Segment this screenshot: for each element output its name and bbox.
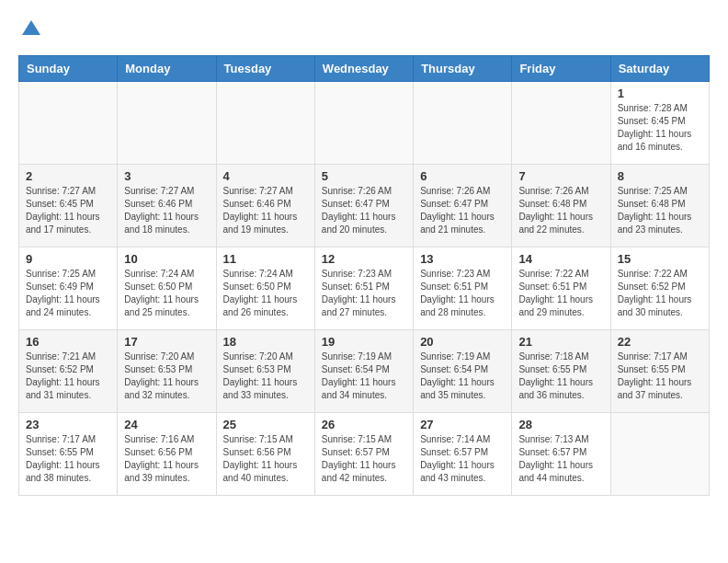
weekday-header-sunday: Sunday [19, 55, 118, 81]
weekday-header-tuesday: Tuesday [216, 55, 314, 81]
calendar-cell: 22Sunrise: 7:17 AM Sunset: 6:55 PM Dayli… [610, 329, 709, 412]
svg-marker-0 [22, 20, 40, 35]
week-row-3: 9Sunrise: 7:25 AM Sunset: 6:49 PM Daylig… [19, 247, 710, 329]
day-number: 16 [26, 335, 110, 349]
day-number: 3 [124, 169, 209, 183]
day-info: Sunrise: 7:27 AM Sunset: 6:45 PM Dayligh… [26, 185, 110, 236]
day-number: 20 [420, 335, 505, 349]
calendar-table: SundayMondayTuesdayWednesdayThursdayFrid… [18, 55, 710, 496]
weekday-header-thursday: Thursday [414, 55, 512, 81]
calendar-cell: 23Sunrise: 7:17 AM Sunset: 6:55 PM Dayli… [19, 412, 118, 495]
day-info: Sunrise: 7:22 AM Sunset: 6:52 PM Dayligh… [618, 268, 702, 319]
calendar-cell: 14Sunrise: 7:22 AM Sunset: 6:51 PM Dayli… [512, 247, 610, 329]
day-number: 6 [420, 169, 505, 183]
calendar-cell: 13Sunrise: 7:23 AM Sunset: 6:51 PM Dayli… [414, 247, 512, 329]
day-info: Sunrise: 7:24 AM Sunset: 6:50 PM Dayligh… [124, 268, 209, 319]
week-row-5: 23Sunrise: 7:17 AM Sunset: 6:55 PM Dayli… [19, 412, 710, 495]
calendar-cell: 19Sunrise: 7:19 AM Sunset: 6:54 PM Dayli… [314, 329, 413, 412]
calendar-cell: 16Sunrise: 7:21 AM Sunset: 6:52 PM Dayli… [19, 329, 118, 412]
calendar-cell: 17Sunrise: 7:20 AM Sunset: 6:53 PM Dayli… [118, 329, 216, 412]
logo [18, 18, 42, 46]
week-row-4: 16Sunrise: 7:21 AM Sunset: 6:52 PM Dayli… [19, 329, 710, 412]
weekday-header-row: SundayMondayTuesdayWednesdayThursdayFrid… [19, 55, 710, 81]
page-header [18, 18, 710, 46]
day-number: 2 [26, 169, 110, 183]
calendar-cell: 24Sunrise: 7:16 AM Sunset: 6:56 PM Dayli… [118, 412, 216, 495]
calendar-cell [610, 412, 709, 495]
day-number: 27 [420, 418, 505, 431]
day-number: 22 [618, 335, 702, 349]
day-number: 17 [124, 335, 209, 349]
calendar-cell: 8Sunrise: 7:25 AM Sunset: 6:48 PM Daylig… [610, 164, 709, 247]
day-number: 19 [322, 335, 406, 349]
day-number: 4 [223, 169, 308, 183]
day-number: 9 [26, 252, 110, 266]
day-number: 11 [223, 252, 308, 266]
day-info: Sunrise: 7:18 AM Sunset: 6:55 PM Dayligh… [518, 350, 603, 402]
day-number: 13 [420, 252, 505, 266]
day-number: 8 [618, 169, 702, 183]
calendar-cell: 10Sunrise: 7:24 AM Sunset: 6:50 PM Dayli… [118, 247, 216, 329]
day-number: 23 [26, 418, 110, 431]
day-info: Sunrise: 7:15 AM Sunset: 6:56 PM Dayligh… [223, 433, 308, 485]
day-info: Sunrise: 7:28 AM Sunset: 6:45 PM Dayligh… [618, 102, 702, 154]
day-info: Sunrise: 7:20 AM Sunset: 6:53 PM Dayligh… [124, 350, 209, 402]
calendar-cell: 9Sunrise: 7:25 AM Sunset: 6:49 PM Daylig… [19, 247, 118, 329]
calendar-cell [314, 81, 413, 164]
day-info: Sunrise: 7:17 AM Sunset: 6:55 PM Dayligh… [26, 433, 110, 485]
day-info: Sunrise: 7:23 AM Sunset: 6:51 PM Dayligh… [420, 268, 505, 319]
day-info: Sunrise: 7:25 AM Sunset: 6:48 PM Dayligh… [618, 185, 702, 236]
weekday-header-wednesday: Wednesday [314, 55, 413, 81]
calendar-cell: 4Sunrise: 7:27 AM Sunset: 6:46 PM Daylig… [216, 164, 314, 247]
calendar-cell [118, 81, 216, 164]
day-info: Sunrise: 7:19 AM Sunset: 6:54 PM Dayligh… [322, 350, 406, 402]
week-row-2: 2Sunrise: 7:27 AM Sunset: 6:45 PM Daylig… [19, 164, 710, 247]
weekday-header-monday: Monday [118, 55, 216, 81]
calendar-cell [414, 81, 512, 164]
calendar-cell: 18Sunrise: 7:20 AM Sunset: 6:53 PM Dayli… [216, 329, 314, 412]
day-info: Sunrise: 7:27 AM Sunset: 6:46 PM Dayligh… [223, 185, 308, 236]
day-info: Sunrise: 7:24 AM Sunset: 6:50 PM Dayligh… [223, 268, 308, 319]
day-info: Sunrise: 7:26 AM Sunset: 6:47 PM Dayligh… [420, 185, 505, 236]
calendar-cell [19, 81, 118, 164]
day-info: Sunrise: 7:23 AM Sunset: 6:51 PM Dayligh… [322, 268, 406, 319]
day-info: Sunrise: 7:25 AM Sunset: 6:49 PM Dayligh… [26, 268, 110, 319]
logo-icon [20, 18, 42, 40]
calendar-cell: 12Sunrise: 7:23 AM Sunset: 6:51 PM Dayli… [314, 247, 413, 329]
day-number: 7 [518, 169, 603, 183]
calendar-cell [512, 81, 610, 164]
calendar-cell: 11Sunrise: 7:24 AM Sunset: 6:50 PM Dayli… [216, 247, 314, 329]
day-info: Sunrise: 7:16 AM Sunset: 6:56 PM Dayligh… [124, 433, 209, 485]
calendar-cell: 1Sunrise: 7:28 AM Sunset: 6:45 PM Daylig… [610, 81, 709, 164]
day-info: Sunrise: 7:15 AM Sunset: 6:57 PM Dayligh… [322, 433, 406, 485]
calendar-cell: 6Sunrise: 7:26 AM Sunset: 6:47 PM Daylig… [414, 164, 512, 247]
calendar-cell: 20Sunrise: 7:19 AM Sunset: 6:54 PM Dayli… [414, 329, 512, 412]
day-number: 10 [124, 252, 209, 266]
day-number: 21 [518, 335, 603, 349]
day-number: 24 [124, 418, 209, 431]
calendar-cell [216, 81, 314, 164]
week-row-1: 1Sunrise: 7:28 AM Sunset: 6:45 PM Daylig… [19, 81, 710, 164]
day-number: 28 [518, 418, 603, 431]
day-info: Sunrise: 7:26 AM Sunset: 6:47 PM Dayligh… [322, 185, 406, 236]
day-number: 12 [322, 252, 406, 266]
calendar-cell: 15Sunrise: 7:22 AM Sunset: 6:52 PM Dayli… [610, 247, 709, 329]
calendar-cell: 26Sunrise: 7:15 AM Sunset: 6:57 PM Dayli… [314, 412, 413, 495]
calendar-cell: 25Sunrise: 7:15 AM Sunset: 6:56 PM Dayli… [216, 412, 314, 495]
day-info: Sunrise: 7:13 AM Sunset: 6:57 PM Dayligh… [518, 433, 603, 485]
day-number: 18 [223, 335, 308, 349]
weekday-header-saturday: Saturday [610, 55, 709, 81]
calendar-cell: 5Sunrise: 7:26 AM Sunset: 6:47 PM Daylig… [314, 164, 413, 247]
day-number: 14 [518, 252, 603, 266]
day-number: 15 [618, 252, 702, 266]
day-info: Sunrise: 7:26 AM Sunset: 6:48 PM Dayligh… [518, 185, 603, 236]
day-number: 25 [223, 418, 308, 431]
calendar-cell: 27Sunrise: 7:14 AM Sunset: 6:57 PM Dayli… [414, 412, 512, 495]
calendar-cell: 7Sunrise: 7:26 AM Sunset: 6:48 PM Daylig… [512, 164, 610, 247]
day-number: 1 [618, 86, 702, 100]
day-number: 26 [322, 418, 406, 431]
day-info: Sunrise: 7:20 AM Sunset: 6:53 PM Dayligh… [223, 350, 308, 402]
day-info: Sunrise: 7:17 AM Sunset: 6:55 PM Dayligh… [618, 350, 702, 402]
day-info: Sunrise: 7:21 AM Sunset: 6:52 PM Dayligh… [26, 350, 110, 402]
day-info: Sunrise: 7:27 AM Sunset: 6:46 PM Dayligh… [124, 185, 209, 236]
